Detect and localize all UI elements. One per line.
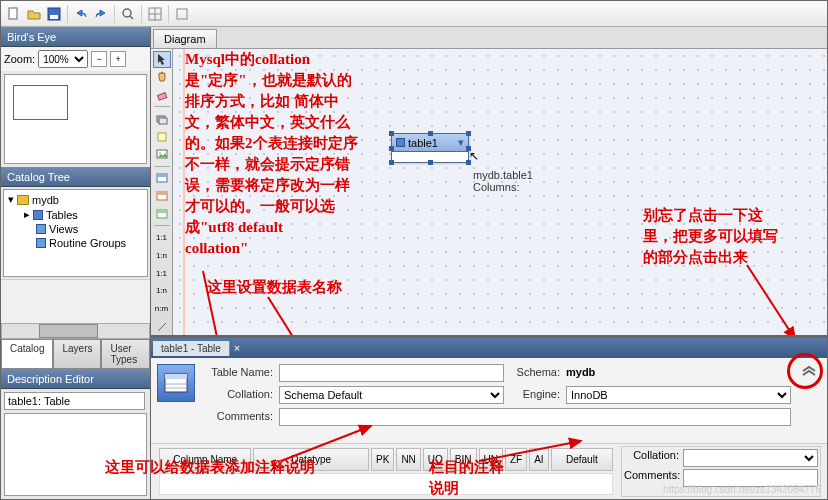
collation-label: Collation: [203,386,273,404]
redo-icon[interactable] [92,5,110,23]
schema-value: mydb [566,364,791,382]
birds-eye-header: Bird's Eye [1,27,150,47]
svg-rect-8 [177,9,187,19]
tab-catalog[interactable]: Catalog [1,339,53,369]
database-icon [17,195,29,205]
table-name-input[interactable] [279,364,504,382]
svg-rect-20 [157,210,167,213]
svg-rect-2 [50,15,58,19]
comments-input[interactable] [279,408,791,426]
workspace: Diagram 1:1 1:n 1:1 1:n n:m [151,27,827,499]
diagram-preview[interactable] [4,74,147,164]
diagram-tab[interactable]: Diagram [153,29,217,48]
catalog-tree-header: Catalog Tree [1,167,150,187]
svg-rect-0 [9,8,17,19]
tree-db-node[interactable]: ▾mydb [6,192,145,207]
description-input[interactable] [4,392,145,410]
views-icon [36,224,46,234]
toolbar-separator [67,5,68,23]
image-tool-icon[interactable] [153,146,171,163]
rel-1-1b-tool-icon[interactable]: 1:1 [153,265,171,282]
sidebar-scroll-area [1,279,150,339]
close-tab-icon[interactable]: × [230,342,244,354]
tree-tables-node[interactable]: ▸Tables [22,207,145,222]
rel-1-1-tool-icon[interactable]: 1:1 [153,229,171,246]
rel-1-n-tool-icon[interactable]: 1:n [153,247,171,264]
col-collation-select[interactable] [683,449,818,467]
save-icon[interactable] [45,5,63,23]
svg-rect-9 [157,93,166,100]
catalog-tree[interactable]: ▾mydb ▸Tables Views Routine Groups [3,189,148,277]
table-editor-panel: table1 - Table × Table Name: Schema: myd… [151,335,827,499]
schema-label: Schema: [510,364,560,382]
zoom-label: Zoom: [4,53,35,65]
tree-routines-node[interactable]: Routine Groups [22,236,145,250]
tables-icon [33,210,43,220]
zoom-out-button[interactable]: − [91,51,107,67]
table-object-name: table1 [408,137,438,149]
main-toolbar [1,1,827,27]
rel-pick-tool-icon[interactable] [153,318,171,335]
cursor-icon: ↖ [469,149,479,163]
comments-label: Comments: [203,408,273,426]
eraser-tool-icon[interactable] [153,87,171,104]
viewport-rect[interactable] [13,85,68,120]
horizontal-scrollbar[interactable] [1,323,150,339]
table-editor-icon [157,364,195,402]
svg-rect-12 [158,133,166,141]
rel-n-m-tool-icon[interactable]: n:m [153,300,171,317]
diagram-canvas[interactable]: table1▾ ↖ mydb.table1 Columns: Mysql中的co… [173,49,827,335]
editor-tab[interactable]: table1 - Table [153,341,230,356]
collation-select[interactable]: Schema Default [279,386,504,404]
toolbar-separator [141,5,142,23]
toolbar-separator [114,5,115,23]
toolbar-separator [168,5,169,23]
svg-point-3 [123,9,131,17]
svg-rect-11 [159,118,167,124]
svg-rect-26 [165,374,187,379]
layer-tool-icon[interactable] [153,110,171,127]
svg-rect-16 [157,174,167,177]
expand-button[interactable] [797,364,821,426]
open-icon[interactable] [25,5,43,23]
table-object[interactable]: table1▾ [391,133,469,163]
sidebar-tabs: Catalog Layers User Types [1,339,150,369]
desc-editor-header: Description Editor [1,369,150,389]
routine-tool-icon[interactable] [153,205,171,222]
zoom-in-button[interactable]: + [110,51,126,67]
table-tooltip: mydb.table1 Columns: [473,169,533,193]
zoom-select[interactable]: 100% [38,50,88,68]
table-icon [396,138,405,147]
tool-palette: 1:1 1:n 1:1 1:n n:m [151,49,173,335]
tab-user-types[interactable]: User Types [101,339,150,369]
grid-icon[interactable] [146,5,164,23]
watermark: https://blog.csdn.net/zs1342084776 [663,484,821,495]
page-margin-line [183,49,185,335]
tree-views-node[interactable]: Views [22,222,145,236]
col-collation-label: Collation: [624,449,679,467]
engine-label: Engine: [510,386,560,404]
routines-icon [36,238,46,248]
rel-1-nb-tool-icon[interactable]: 1:n [153,283,171,300]
svg-line-4 [130,16,133,19]
new-icon[interactable] [5,5,23,23]
svg-rect-18 [157,192,167,195]
hand-tool-icon[interactable] [153,69,171,86]
view-tool-icon[interactable] [153,188,171,205]
svg-line-21 [158,323,166,331]
search-icon[interactable] [119,5,137,23]
svg-point-14 [159,152,161,154]
pointer-tool-icon[interactable] [153,51,171,68]
tab-layers[interactable]: Layers [53,339,101,369]
settings-icon[interactable] [173,5,191,23]
table-name-label: Table Name: [203,364,273,382]
left-sidebar: Bird's Eye Zoom: 100% − + Catalog Tree ▾… [1,27,151,499]
undo-icon[interactable] [72,5,90,23]
engine-select[interactable]: InnoDB [566,386,791,404]
note-tool-icon[interactable] [153,128,171,145]
columns-grid[interactable]: Column Name Datatype PK NN UQ BIN UN ZF … [157,446,615,497]
table-tool-icon[interactable] [153,170,171,187]
